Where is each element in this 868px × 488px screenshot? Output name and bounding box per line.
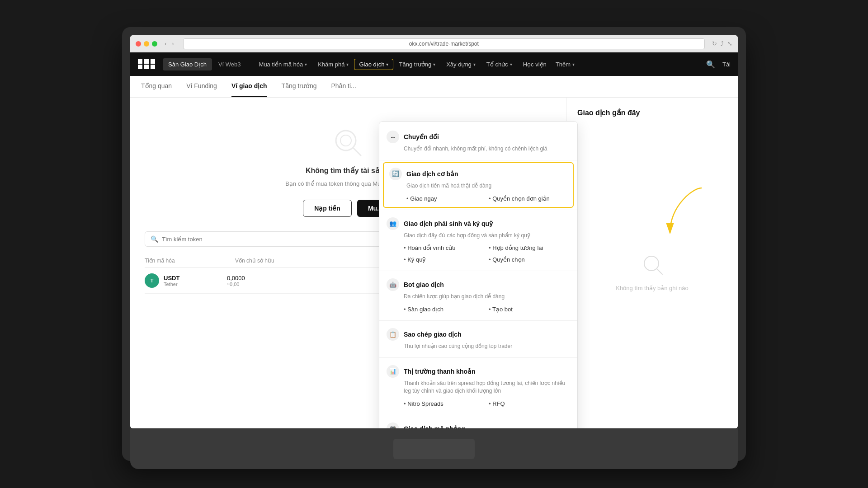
svg-line-7 xyxy=(354,148,361,155)
section-title-phai-sinh: Giao dịch phái sinh và ký quỹ xyxy=(404,220,493,227)
svg-rect-1 xyxy=(144,59,149,64)
menu-tang-truong[interactable]: Tăng trưởng ▾ xyxy=(393,52,441,76)
dropdown-item-sao-chep[interactable]: 📋 Sao chép giao dịch Thu lợi nhuận cao c… xyxy=(379,323,577,356)
dropdown-item-chuyen-doi[interactable]: ↔ Chuyển đổi Chuyển đổi nhanh, không mất… xyxy=(379,125,577,158)
subnav-tang-truong[interactable]: Tăng trưởng xyxy=(282,76,317,97)
chevron-down-icon: ▾ xyxy=(346,62,349,67)
menu-hoc-vien[interactable]: Học viện xyxy=(518,52,552,76)
nap-tien-button[interactable]: Nạp tiền xyxy=(303,200,352,217)
forward-button[interactable]: › xyxy=(170,39,175,48)
nav-right: 🔍 Tài xyxy=(704,58,731,70)
right-panel: Giao dịch gần đây Không tìm thấy bản ghi… xyxy=(566,98,738,428)
menu-to-chuc[interactable]: Tổ chức ▾ xyxy=(481,52,518,76)
section-title-thi-truong: Thị trường thanh khoản xyxy=(404,368,476,375)
menu-kham-pha[interactable]: Khám phá ▾ xyxy=(312,52,354,76)
subnav-vi-funding[interactable]: Ví Funding xyxy=(186,76,217,97)
link-hoan-doi-vinh-cuu[interactable]: Hoán đổi vĩnh cửu xyxy=(404,244,456,251)
section-links-phai-sinh: Hoán đổi vĩnh cửu Hợp đồng tương lai Ký … xyxy=(404,244,570,263)
link-col-1: Giao ngay xyxy=(406,194,485,202)
subnav-tong-quan[interactable]: Tổng quan xyxy=(141,76,172,97)
share-icon[interactable]: ⤴ xyxy=(721,40,724,47)
section-title-mo-phong: Giao dịch mô phỏng xyxy=(404,425,465,428)
dropdown-item-phai-sinh[interactable]: 👥 Giao dịch phái sinh và ký quỹ Giao dịc… xyxy=(379,212,577,269)
svg-rect-4 xyxy=(144,65,149,69)
link-col-3: Ký quỹ xyxy=(404,255,485,263)
link-col-2: RFQ xyxy=(489,399,570,408)
subnav-vi-giao-dich[interactable]: Ví giao dịch xyxy=(231,76,267,97)
search-button[interactable]: 🔍 xyxy=(704,58,717,70)
svg-point-6 xyxy=(336,131,356,150)
okx-logo[interactable] xyxy=(137,58,156,70)
chevron-down-icon: ▾ xyxy=(433,62,435,67)
subnav-phan-ti[interactable]: Phân ti... xyxy=(331,76,356,97)
link-col-1: Hoán đổi vĩnh cửu xyxy=(404,244,485,252)
svg-rect-3 xyxy=(138,65,142,69)
divider-3 xyxy=(379,271,577,271)
section-header-chuyen-doi: ↔ Chuyển đổi xyxy=(387,131,570,143)
nav-buttons: ‹ › xyxy=(163,39,176,48)
svg-rect-0 xyxy=(138,59,142,64)
section-title-chuyen-doi: Chuyển đổi xyxy=(404,133,439,141)
right-panel-title: Giao dịch gần đây xyxy=(577,108,727,117)
bot-icon: 🤖 xyxy=(387,278,399,291)
link-quyen-chon-don-gian[interactable]: Quyền chọn đơn giản xyxy=(489,195,550,202)
token-amount-info: 0,0000 ≈0,00 xyxy=(227,275,245,287)
dropdown-item-thi-truong[interactable]: 📊 Thị trường thanh khoản Thanh khoản sâu… xyxy=(379,360,577,413)
dropdown-item-giao-dich-co-ban[interactable]: 🔄 Giao dịch cơ bản Giao dịch tiền mã hoá… xyxy=(383,162,574,208)
back-button[interactable]: ‹ xyxy=(163,39,168,48)
menu-mua-tien[interactable]: Mua tiền mã hóa ▾ xyxy=(254,52,313,76)
token-usd: ≈0,00 xyxy=(227,282,245,287)
mo-phong-icon: 🎮 xyxy=(387,422,399,428)
link-tao-bot[interactable]: Tạo bot xyxy=(489,306,513,313)
link-col-2: Quyền chọn đơn giản xyxy=(489,194,567,202)
link-col-4: Quyền chọn xyxy=(489,255,570,263)
chuyen-doi-icon: ↔ xyxy=(387,131,399,143)
section-header-mo-phong: 🎮 Giao dịch mô phỏng xyxy=(387,422,570,428)
section-title-giao-dich-co-ban: Giao dịch cơ bản xyxy=(406,170,458,178)
sao-chep-icon: 📋 xyxy=(387,328,399,341)
section-header-phai-sinh: 👥 Giao dịch phái sinh và ký quỹ xyxy=(387,217,570,230)
section-header-bot: 🤖 Bot giao dịch xyxy=(387,278,570,291)
link-hop-dong-tuong-lai[interactable]: Hợp đồng tương lai xyxy=(489,244,543,251)
laptop-frame: ‹ › okx.com/vi/trade-market/spot ↻ ⤴ ⤡ xyxy=(122,27,746,461)
token-info: USDT Tether xyxy=(164,275,227,287)
svg-point-9 xyxy=(644,256,659,271)
trackpad[interactable] xyxy=(393,439,475,459)
section-title-sao-chep: Sao chép giao dịch xyxy=(404,331,462,338)
reload-icon[interactable]: ↻ xyxy=(712,40,717,47)
dropdown-item-bot[interactable]: 🤖 Bot giao dịch Đa chiến lược giúp bạn g… xyxy=(379,273,577,319)
link-giao-ngay[interactable]: Giao ngay xyxy=(406,195,437,202)
link-quyen-chon[interactable]: Quyền chọn xyxy=(489,256,525,263)
minimize-button[interactable] xyxy=(144,41,149,47)
address-bar[interactable]: okx.com/vi/trade-market/spot xyxy=(183,38,705,49)
section-header-giao-dich-co-ban: 🔄 Giao dịch cơ bản xyxy=(389,168,567,180)
close-button[interactable] xyxy=(136,41,141,47)
link-rfq[interactable]: RFQ xyxy=(489,400,505,407)
chevron-down-icon: ▾ xyxy=(305,62,307,67)
divider-4 xyxy=(379,320,577,321)
fullscreen-icon[interactable]: ⤡ xyxy=(727,40,732,47)
link-col-1: Sàn giao dịch xyxy=(404,305,485,313)
dropdown-item-mo-phong[interactable]: 🎮 Giao dịch mô phỏng Tìm hiểu cách đầu t… xyxy=(379,417,577,428)
section-links-thi-truong: Nitro Spreads RFQ xyxy=(404,399,570,408)
right-empty-icon xyxy=(639,251,666,279)
nav-tabs: Sàn Giao Dịch Ví Web3 xyxy=(163,58,246,70)
menu-xay-dung[interactable]: Xây dựng ▾ xyxy=(441,52,481,76)
divider-5 xyxy=(379,357,577,358)
link-san-giao-dich[interactable]: Sàn giao dịch xyxy=(404,306,443,313)
section-desc-giao-dich-co-ban: Giao dịch tiền mã hoá thật dễ dàng xyxy=(406,182,567,190)
top-navbar: Sàn Giao Dịch Ví Web3 Mua tiền mã hóa ▾ … xyxy=(130,52,738,76)
menu-them[interactable]: Thêm ▾ xyxy=(552,52,578,76)
token-amount: 0,0000 xyxy=(227,275,245,282)
link-ky-quy[interactable]: Ký quỹ xyxy=(404,256,426,263)
link-col-2: Hợp đồng tương lai xyxy=(489,244,570,252)
tab-san-giao-dich[interactable]: Sàn Giao Dịch xyxy=(163,58,212,70)
empty-icon xyxy=(330,125,366,161)
link-nitro-spreads[interactable]: Nitro Spreads xyxy=(404,400,443,407)
tab-vi-web3[interactable]: Ví Web3 xyxy=(213,58,246,70)
account-button[interactable]: Tài xyxy=(722,61,731,68)
maximize-button[interactable] xyxy=(152,41,157,47)
laptop-screen: ‹ › okx.com/vi/trade-market/spot ↻ ⤴ ⤡ xyxy=(130,35,738,428)
menu-giao-dich[interactable]: Giao dịch ▾ xyxy=(354,59,393,70)
giao-dich-co-ban-icon: 🔄 xyxy=(389,168,402,180)
